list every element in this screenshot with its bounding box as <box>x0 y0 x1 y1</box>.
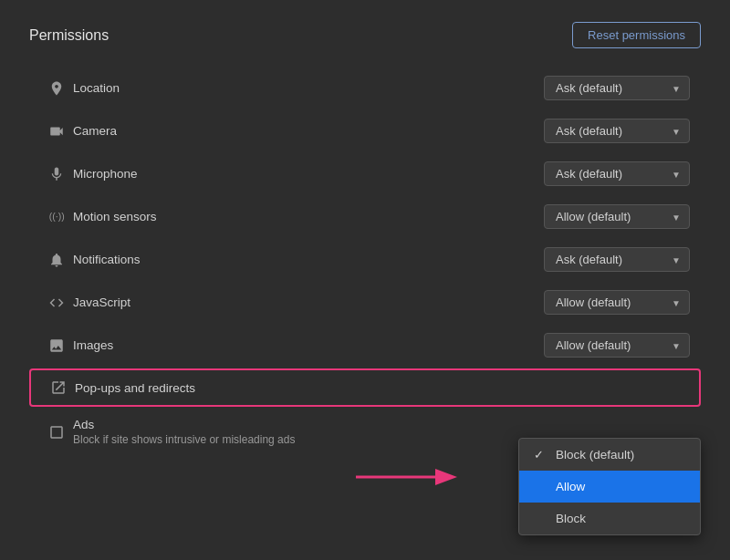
images-label: Images <box>73 338 544 352</box>
images-icon <box>40 337 73 354</box>
permissions-page: Permissions Reset permissions Location A… <box>0 0 730 560</box>
motion-sensors-icon: ((·)) <box>40 209 73 225</box>
location-dropdown[interactable]: Ask (default) <box>544 76 690 100</box>
permission-row-location: Location Ask (default) <box>29 67 701 109</box>
location-label: Location <box>73 81 544 95</box>
microphone-icon <box>40 166 73 182</box>
camera-select-col: Ask (default) <box>544 119 690 143</box>
permission-row-notifications: Notifications Ask (default) <box>29 238 701 281</box>
permission-row-images: Images Allow (default) <box>29 324 701 367</box>
location-dropdown-wrapper[interactable]: Ask (default) <box>544 76 690 100</box>
header: Permissions Reset permissions <box>29 22 701 48</box>
camera-dropdown-wrapper[interactable]: Ask (default) <box>544 119 690 143</box>
motion-sensors-dropdown[interactable]: Allow (default) <box>544 204 690 229</box>
location-select-col: Ask (default) <box>544 76 690 100</box>
javascript-icon <box>40 295 73 311</box>
javascript-label: JavaScript <box>73 296 544 309</box>
camera-label: Camera <box>73 124 544 138</box>
microphone-dropdown-wrapper[interactable]: Ask (default) <box>544 161 690 186</box>
motion-sensors-dropdown-wrapper[interactable]: Allow (default) <box>544 204 690 229</box>
images-dropdown-wrapper[interactable]: Allow (default) <box>544 333 690 358</box>
page-title: Permissions <box>29 27 109 44</box>
images-dropdown[interactable]: Allow (default) <box>544 333 690 358</box>
notifications-dropdown[interactable]: Ask (default) <box>544 247 690 272</box>
javascript-dropdown-wrapper[interactable]: Allow (default) <box>544 290 690 315</box>
reset-permissions-button[interactable]: Reset permissions <box>572 22 701 48</box>
motion-sensors-select-col: Allow (default) <box>544 204 690 229</box>
notifications-label: Notifications <box>73 253 544 266</box>
permission-row-javascript: JavaScript Allow (default) <box>29 281 701 324</box>
location-icon <box>40 80 73 97</box>
motion-sensors-label: Motion sensors <box>73 210 544 223</box>
microphone-label: Microphone <box>73 167 544 181</box>
ads-icon <box>40 424 73 441</box>
permission-row-motion-sensors: ((·)) Motion sensors Allow (default) <box>29 195 701 238</box>
microphone-dropdown[interactable]: Ask (default) <box>544 161 690 186</box>
javascript-select-col: Allow (default) <box>544 290 690 315</box>
arrow-indicator <box>347 459 465 499</box>
camera-icon <box>40 123 73 140</box>
popup-icon <box>42 379 75 396</box>
svg-text:((·)): ((·)) <box>49 211 65 222</box>
notifications-select-col: Ask (default) <box>544 247 690 272</box>
permission-row-microphone: Microphone Ask (default) <box>29 152 701 195</box>
notifications-dropdown-wrapper[interactable]: Ask (default) <box>544 247 690 272</box>
bell-icon <box>40 252 73 268</box>
popup-dropdown-menu: ✓ Block (default) Allow Block <box>518 438 701 535</box>
javascript-dropdown[interactable]: Allow (default) <box>544 290 690 315</box>
dropdown-item-block-default[interactable]: ✓ Block (default) <box>519 439 700 471</box>
check-icon: ✓ <box>534 448 548 461</box>
dropdown-item-block[interactable]: Block <box>519 503 700 534</box>
permission-row-popups: Pop-ups and redirects <box>29 368 701 407</box>
camera-dropdown[interactable]: Ask (default) <box>544 119 690 143</box>
microphone-select-col: Ask (default) <box>544 161 690 186</box>
popups-label: Pop-ups and redirects <box>75 381 688 395</box>
dropdown-item-allow[interactable]: Allow <box>519 471 700 503</box>
permission-row-camera: Camera Ask (default) <box>29 109 701 152</box>
images-select-col: Allow (default) <box>544 333 690 358</box>
